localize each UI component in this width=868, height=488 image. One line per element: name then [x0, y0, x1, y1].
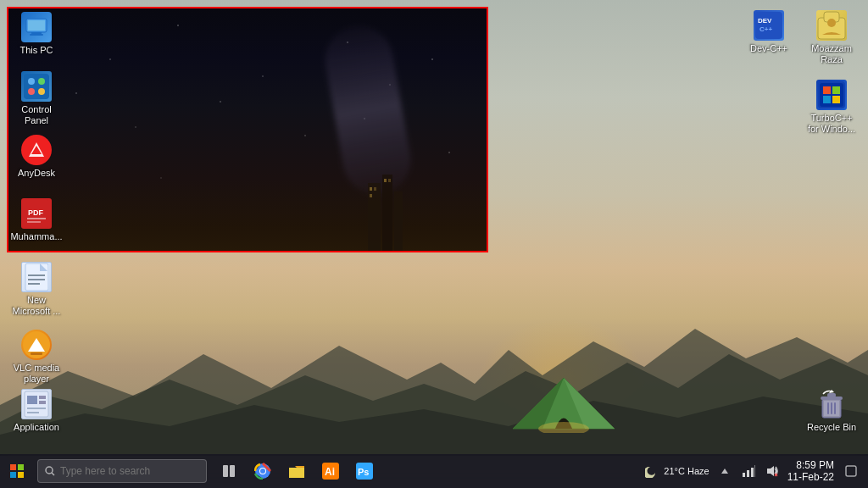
svg-rect-53 [823, 86, 831, 94]
moon-icon [645, 464, 659, 478]
moazzam-icon-img [816, 10, 847, 41]
mountains-silhouette [0, 303, 868, 456]
dev-cpp-label: Dev-C++ [750, 43, 787, 54]
screenshot-area [7, 7, 488, 252]
desktop-icon-vlc[interactable]: VLC media player [7, 326, 66, 388]
desktop-icon-turbo-cpp[interactable]: TurboC++ for Windo... [802, 76, 861, 138]
svg-rect-82 [747, 470, 749, 477]
svg-rect-12 [370, 194, 372, 197]
svg-rect-33 [28, 274, 45, 276]
this-pc-label: This PC [19, 45, 53, 56]
svg-rect-83 [751, 468, 754, 477]
system-clock[interactable]: 8:59 PM 11-Feb-22 [787, 459, 834, 484]
desktop-icon-new-doc[interactable]: New Microsoft ... [7, 258, 66, 320]
svg-rect-41 [39, 396, 46, 399]
photoshop-button[interactable]: Ps [349, 456, 380, 486]
control-panel-icon [21, 71, 52, 102]
svg-rect-72 [230, 465, 235, 477]
svg-rect-13 [384, 179, 387, 182]
svg-rect-42 [39, 401, 46, 404]
svg-rect-14 [388, 179, 391, 182]
weather-icon[interactable] [643, 463, 660, 480]
svg-rect-62 [831, 402, 832, 414]
svg-text:PDF: PDF [28, 208, 44, 217]
svg-point-20 [28, 78, 35, 85]
windows-logo-icon [10, 464, 24, 478]
desktop-icon-pdf[interactable]: PDF Muhamma... [7, 195, 66, 246]
svg-rect-54 [832, 86, 840, 94]
svg-rect-29 [27, 218, 46, 219]
anydesk-label: AnyDesk [18, 168, 55, 179]
svg-line-70 [52, 473, 54, 475]
taskview-button[interactable] [214, 456, 244, 486]
svg-rect-16 [28, 20, 45, 30]
svg-rect-88 [846, 466, 856, 476]
taskbar: Ai Ps 21°C Haze [0, 454, 868, 488]
file-explorer-button[interactable] [281, 456, 312, 486]
svg-rect-35 [28, 283, 40, 285]
vlc-icon [21, 330, 52, 360]
svg-rect-30 [27, 221, 41, 223]
chevron-up-icon[interactable] [716, 463, 733, 480]
new-doc-label: New Microsoft ... [10, 295, 63, 317]
taskbar-search-icon [45, 466, 55, 476]
file-explorer-icon [288, 463, 305, 479]
pdf-label: Muhamma... [10, 231, 62, 242]
svg-rect-66 [18, 464, 24, 470]
svg-marker-85 [767, 466, 774, 476]
chrome-taskbar-button[interactable] [248, 456, 278, 486]
control-panel-label: Control Panel [10, 104, 63, 126]
desktop-icon-this-pc[interactable]: This PC [7, 8, 66, 59]
svg-rect-7 [368, 183, 381, 251]
svg-marker-80 [721, 469, 728, 474]
recycle-bin-label: Recycle Bin [807, 422, 856, 433]
tent [509, 374, 619, 433]
svg-rect-81 [743, 473, 745, 477]
photoshop-icon: Ps [356, 463, 373, 480]
network-icon[interactable] [740, 463, 757, 480]
clock-time: 8:59 PM [796, 459, 834, 471]
notification-center-button[interactable] [841, 456, 861, 486]
svg-rect-31 [25, 263, 48, 291]
desktop-icon-anydesk[interactable]: AnyDesk [7, 131, 66, 182]
turbocpp-icon-img [816, 80, 847, 110]
desktop-icon-moazzam[interactable]: Moazzam Raza [802, 7, 861, 69]
anydesk-icon [21, 135, 52, 165]
desktop-icon-control-panel[interactable]: Control Panel [7, 68, 66, 130]
svg-text:Ai: Ai [325, 466, 335, 478]
svg-rect-71 [223, 465, 228, 477]
application-label: Application [14, 422, 59, 433]
chrome-icon [254, 463, 271, 480]
taskview-icon [222, 464, 236, 478]
desktop-icon-recycle-bin[interactable]: Recycle Bin [802, 385, 861, 436]
svg-rect-10 [370, 187, 372, 191]
svg-rect-43 [27, 408, 46, 409]
desktop-icon-dev-cpp[interactable]: DEV C++ Dev-C++ [739, 7, 798, 58]
svg-rect-65 [10, 464, 16, 470]
network-status-icon [742, 464, 755, 478]
svg-rect-63 [834, 402, 836, 414]
taskbar-search-bar[interactable] [37, 459, 207, 483]
svg-text:DEV: DEV [758, 17, 772, 25]
taskbar-center-icons: Ai Ps [214, 456, 380, 486]
svg-rect-9 [394, 191, 403, 251]
svg-rect-18 [30, 34, 43, 36]
svg-rect-84 [754, 465, 755, 477]
svg-rect-44 [27, 412, 39, 413]
illustrator-button[interactable]: Ai [315, 456, 346, 486]
volume-icon[interactable] [764, 463, 781, 480]
search-input[interactable] [60, 465, 196, 477]
svg-rect-19 [24, 74, 49, 99]
desktop-icon-application[interactable]: Application [7, 385, 66, 436]
new-doc-icon [21, 262, 52, 292]
svg-rect-55 [823, 96, 831, 103]
city-silhouette [334, 166, 436, 251]
svg-rect-61 [827, 402, 829, 414]
pdf-icon: PDF [21, 198, 52, 229]
svg-rect-40 [27, 396, 37, 404]
svg-rect-8 [382, 175, 392, 251]
illustrator-icon: Ai [322, 463, 339, 480]
svg-rect-68 [18, 472, 24, 478]
vlc-label: VLC media player [10, 363, 63, 385]
start-button[interactable] [0, 454, 34, 488]
